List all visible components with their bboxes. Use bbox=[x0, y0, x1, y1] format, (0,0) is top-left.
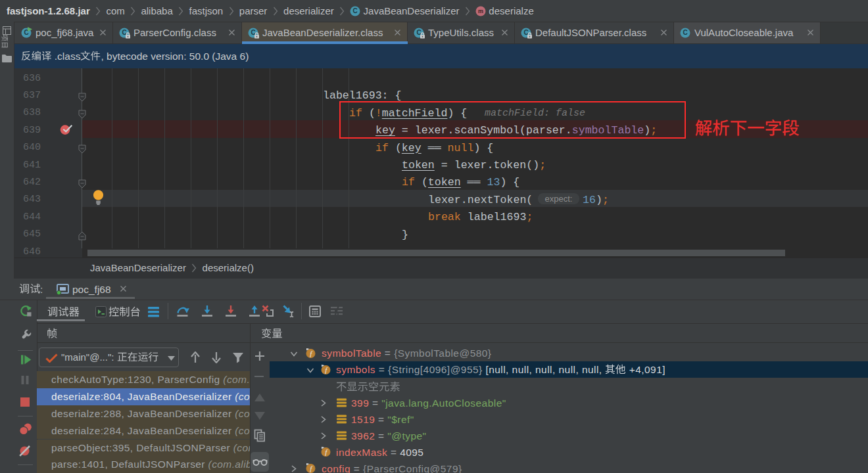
svg-text:C: C bbox=[353, 7, 358, 14]
svg-text:m: m bbox=[478, 8, 483, 14]
svg-text:C: C bbox=[683, 29, 687, 36]
